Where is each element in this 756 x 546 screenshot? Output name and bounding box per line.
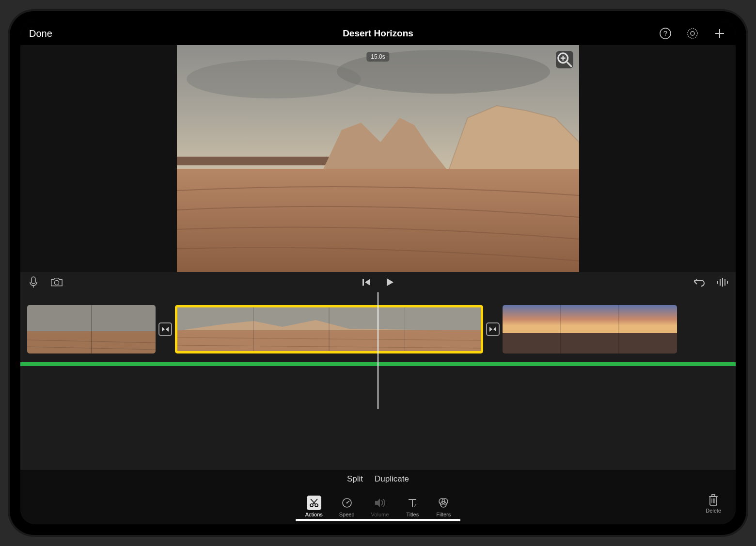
svg-point-3 xyxy=(691,32,694,35)
play-icon[interactable] xyxy=(383,276,396,289)
svg-marker-53 xyxy=(375,498,380,507)
plus-icon[interactable] xyxy=(712,26,727,41)
svg-point-7 xyxy=(187,60,361,98)
trash-icon xyxy=(708,493,719,507)
svg-point-17 xyxy=(54,280,59,285)
app-screen: Done Desert Horizons ? xyxy=(20,22,736,524)
project-title: Desert Horizons xyxy=(343,28,413,39)
svg-marker-19 xyxy=(365,279,370,286)
playhead-line[interactable] xyxy=(378,292,378,409)
ipad-frame: Done Desert Horizons ? xyxy=(10,11,746,535)
tool-filters[interactable]: Filters xyxy=(436,496,451,517)
timeline[interactable] xyxy=(20,292,736,470)
svg-marker-32 xyxy=(166,327,169,332)
delete-label: Delete xyxy=(706,508,721,514)
transition-icon[interactable] xyxy=(158,322,172,336)
clip-actions-menu: Split Duplicate xyxy=(20,470,736,488)
home-indicator[interactable] xyxy=(296,519,460,521)
tool-label: Volume xyxy=(371,512,389,517)
tool-label: Titles xyxy=(406,512,419,517)
undo-icon[interactable] xyxy=(693,276,706,289)
transition-icon[interactable] xyxy=(486,322,500,336)
svg-rect-43 xyxy=(503,333,677,353)
tool-speed[interactable]: Speed xyxy=(339,496,355,517)
svg-text:?: ? xyxy=(663,29,667,37)
playbar xyxy=(20,272,736,292)
svg-marker-31 xyxy=(162,327,165,332)
svg-rect-30 xyxy=(91,305,92,353)
tool-label: Filters xyxy=(436,512,451,517)
duplicate-button[interactable]: Duplicate xyxy=(375,474,409,484)
svg-rect-9 xyxy=(177,157,342,165)
tool-titles[interactable]: Titles xyxy=(405,496,420,517)
svg-line-12 xyxy=(567,62,572,67)
done-button[interactable]: Done xyxy=(29,28,52,39)
tool-label: Actions xyxy=(305,512,323,517)
svg-point-2 xyxy=(688,29,697,38)
svg-rect-62 xyxy=(712,495,715,497)
timeline-clip[interactable] xyxy=(503,305,677,353)
timeline-clip[interactable] xyxy=(175,305,483,353)
split-button[interactable]: Split xyxy=(347,474,363,484)
clip-duration-badge: 15.0s xyxy=(366,52,389,62)
text-icon xyxy=(405,496,420,510)
tool-actions[interactable]: Actions xyxy=(305,496,323,517)
svg-rect-42 xyxy=(503,305,677,334)
zoom-in-button[interactable] xyxy=(556,51,573,68)
svg-marker-41 xyxy=(493,327,496,332)
skip-previous-icon[interactable] xyxy=(360,276,373,289)
svg-rect-15 xyxy=(32,277,35,284)
bottom-toolbar: Actions Speed Volume xyxy=(20,488,736,524)
mic-icon[interactable] xyxy=(27,276,40,289)
header-bar: Done Desert Horizons ? xyxy=(20,22,736,45)
camera-icon[interactable] xyxy=(50,276,63,289)
tool-volume: Volume xyxy=(371,496,389,517)
svg-rect-18 xyxy=(362,279,364,286)
timeline-clip[interactable] xyxy=(27,305,156,353)
filters-icon xyxy=(436,496,451,510)
scissors-icon xyxy=(307,496,321,510)
help-icon[interactable]: ? xyxy=(658,26,673,41)
svg-point-52 xyxy=(346,502,347,503)
gear-icon[interactable] xyxy=(685,26,700,41)
preview-area: 15.0s xyxy=(20,45,736,272)
svg-marker-40 xyxy=(489,327,492,332)
delete-button[interactable]: Delete xyxy=(706,493,721,514)
svg-marker-20 xyxy=(387,278,394,286)
speaker-icon xyxy=(373,496,387,510)
svg-line-56 xyxy=(414,504,416,507)
speedometer-icon xyxy=(340,496,354,510)
waveform-icon[interactable] xyxy=(716,276,729,289)
tool-label: Speed xyxy=(339,512,355,517)
preview-frame[interactable]: 15.0s xyxy=(177,45,579,272)
